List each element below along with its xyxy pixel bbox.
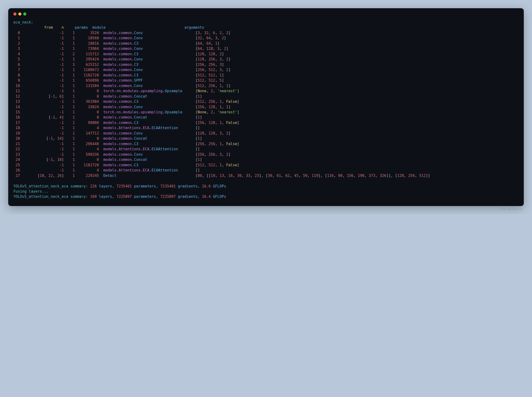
close-icon[interactable] <box>13 12 17 16</box>
window-titlebar <box>13 12 519 16</box>
watermark: CSDN @BestSongC <box>500 207 523 211</box>
terminal-output: eca_neck: from n params module arguments… <box>13 20 519 199</box>
terminal-window: eca_neck: from n params module arguments… <box>8 8 524 206</box>
minimize-icon[interactable] <box>18 12 21 16</box>
maximize-icon[interactable] <box>23 12 26 16</box>
